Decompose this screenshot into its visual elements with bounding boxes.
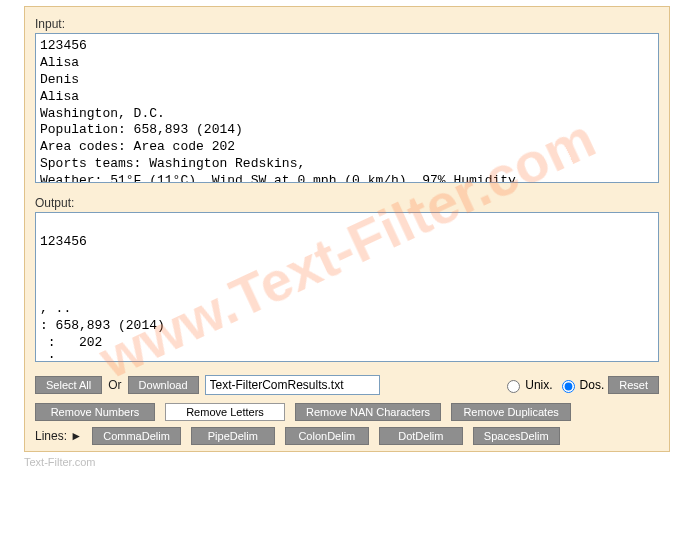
toolbar-remove: Remove Numbers Remove Letters Remove NAN… [35, 403, 659, 421]
colon-delim-button[interactable]: ColonDelim [285, 427, 369, 445]
lines-label: Lines: ► [35, 429, 82, 443]
line-ending-group: Unix. Dos. Reset [502, 376, 659, 394]
input-panel: Input: [35, 17, 659, 186]
unix-radio-text: Unix. [525, 378, 552, 392]
dos-radio-text: Dos. [580, 378, 605, 392]
toolbar-delim: Lines: ► CommaDelim PipeDelim ColonDelim… [35, 427, 659, 445]
reset-button[interactable]: Reset [608, 376, 659, 394]
pipe-delim-button[interactable]: PipeDelim [191, 427, 275, 445]
dot-delim-button[interactable]: DotDelim [379, 427, 463, 445]
select-all-button[interactable]: Select All [35, 376, 102, 394]
filename-input[interactable] [205, 375, 380, 395]
or-text: Or [108, 378, 121, 392]
unix-radio-label[interactable]: Unix. [502, 377, 552, 393]
spaces-delim-button[interactable]: SpacesDelim [473, 427, 560, 445]
remove-nan-button[interactable]: Remove NAN Characters [295, 403, 441, 421]
toolbar-download: Select All Or Download Unix. Dos. Reset [35, 375, 659, 395]
dos-radio-label[interactable]: Dos. [557, 377, 605, 393]
input-textarea[interactable] [35, 33, 659, 183]
remove-letters-button[interactable]: Remove Letters [165, 403, 285, 421]
main-panel: Input: Output: Select All Or Download Un… [24, 6, 670, 452]
footer-text: Text-Filter.com [24, 456, 670, 468]
comma-delim-button[interactable]: CommaDelim [92, 427, 181, 445]
output-label: Output: [35, 196, 659, 210]
output-panel: Output: [35, 196, 659, 365]
input-label: Input: [35, 17, 659, 31]
remove-duplicates-button[interactable]: Remove Duplicates [451, 403, 571, 421]
output-textarea[interactable] [35, 212, 659, 362]
download-button[interactable]: Download [128, 376, 199, 394]
unix-radio[interactable] [507, 380, 520, 393]
remove-numbers-button[interactable]: Remove Numbers [35, 403, 155, 421]
dos-radio[interactable] [562, 380, 575, 393]
